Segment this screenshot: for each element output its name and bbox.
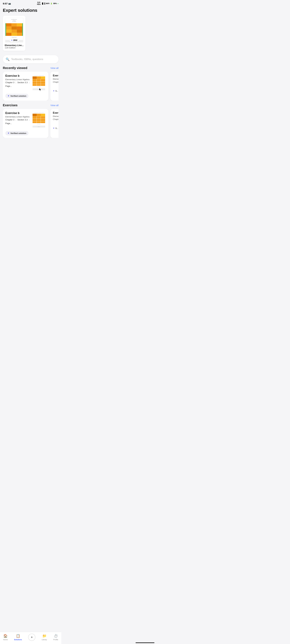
svg-rect-22 [6,33,12,36]
svg-rect-52 [32,114,37,116]
verified-label: Verified solution [10,95,26,97]
status-bar: 9:57 📷 0.61 KB/s ▐▌▐ WiFi 🔋 89% ● [0,0,61,6]
svg-text:ALGEBRA: ALGEBRA [12,21,16,22]
svg-text:ELEMENTARY LINEAR ALGEBRA: ELEMENTARY LINEAR ALGEBRA [34,112,44,113]
exercises-header: Exercises View all [3,104,58,107]
book-name: Elementary Linear Algebra [5,116,30,118]
exercises-view-all[interactable]: View all [50,104,58,106]
svg-rect-13 [6,23,12,26]
battery-percent: 89% [53,2,57,4]
battery-green-dot: ● [58,3,58,4]
svg-rect-14 [12,23,17,26]
svg-text:LINEAR: LINEAR [12,20,16,21]
partial-verified-label: V... [55,90,58,92]
status-indicators: 0.61 KB/s ▐▌▐ WiFi 🔋 89% ● [37,2,58,5]
camera-icon: 📷 [8,2,11,5]
svg-rect-17 [12,26,17,30]
book-name: Elementary Linear Algebra [5,78,30,81]
exercises-cards: Exercise b Elementary Linear Algebra Cha… [3,109,58,138]
svg-text:ELEMENTARY: ELEMENTARY [11,19,17,20]
book-edition: 11th Edition [5,46,24,49]
battery-icon: 🔋 [50,2,52,4]
svg-text:Howard Anton: Howard Anton [37,86,41,87]
card-thumbnail: ELEMENTARY LINEAR ALGEBRA Howard Anton W… [32,74,46,92]
svg-rect-39 [37,76,41,79]
exercise-title: Exercise b [5,74,30,78]
svg-rect-23 [12,33,17,36]
search-bar[interactable]: 🔍 Textbooks, ISBNs, questions [3,55,58,63]
book-title: Elementary Line... [5,44,24,46]
partial-chapter: Chapte [53,118,58,120]
search-icon: 🔍 [6,58,10,61]
svg-text:Howard Anton: Howard Anton [37,124,41,124]
svg-rect-53 [37,114,41,116]
svg-rect-15 [17,23,22,26]
svg-rect-40 [41,76,45,79]
svg-text:WILEY: WILEY [38,126,40,127]
verified-label: Verified solution [10,132,26,134]
exercise-card-1[interactable]: Exercise b Elementary Linear Algebra Cha… [3,109,48,138]
partial-exercise-title: Exerc [53,112,58,114]
card-top: Exercise b Elementary Linear Algebra Cha… [5,112,46,129]
card-top: Exercise b Elementary Linear Algebra Cha… [5,74,46,92]
svg-rect-18 [17,26,22,30]
partial-verified: ✦ V... [53,127,58,130]
partial-book-name: Elemen [53,78,58,80]
partial-verified-icon: ✦ [53,127,55,130]
main-content: Expert solutions ELEMENTARY LINEAR ALGEB… [0,6,61,152]
card-meta: Chapter 3 | Section 3.3 | Page... [5,81,30,87]
verified-icon: ✦ [8,132,10,134]
svg-text:WILEY: WILEY [38,89,40,90]
exercise-title: Exercise b [5,112,30,115]
network-speed: 0.61 KB/s [37,2,41,5]
svg-rect-24 [17,33,22,36]
recently-viewed-card-1[interactable]: Exercise b Elementary Linear Algebra Cha… [3,72,48,100]
recently-viewed-view-all[interactable]: View all [50,67,58,69]
verified-solution-badge: ✦ Verified solution [5,94,28,98]
card-meta: Chapter 3 | Section 3.3 | Page... [5,118,30,124]
svg-rect-54 [41,114,45,116]
svg-rect-16 [6,26,12,30]
card-info: Exercise b Elementary Linear Algebra Cha… [5,74,30,87]
svg-rect-6 [5,23,6,36]
recently-viewed-header: Recently viewed View all [3,66,58,70]
status-time: 9:57 📷 [3,2,11,5]
partial-book-name: Elemen [53,115,58,118]
partial-chapter: Chapte [53,81,58,83]
svg-rect-21 [17,30,22,33]
svg-rect-38 [32,76,37,79]
page-title: Expert solutions [3,8,58,13]
badge-verified-icon: ✦ [11,39,12,41]
signal-bars-icon: ▐▌▐ [41,2,45,4]
recently-viewed-title: Recently viewed [3,66,27,70]
verified-icon: ✦ [8,95,10,97]
card-info: Exercise b Elementary Linear Algebra Cha… [5,112,30,124]
partial-verified: ✦ V... [53,90,58,92]
partial-verified-icon: ✦ [53,90,55,92]
card-thumbnail: ELEMENTARY LINEAR ALGEBRA Howard Anton W… [32,112,46,129]
exercises-title: Exercises [3,104,18,107]
book-solution-count: ✦ 2932 [10,39,19,42]
search-input[interactable]: Textbooks, ISBNs, questions [11,58,43,61]
svg-rect-19 [6,30,12,33]
verified-solution-badge: ✦ Verified solution [5,131,28,135]
svg-rect-20 [12,30,17,33]
exercise-card-2-partial[interactable]: Exerc Elemen Chapte ✦ V... [50,109,58,138]
featured-book-card[interactable]: ELEMENTARY LINEAR ALGEBRA [3,16,26,51]
time-display: 9:57 [3,2,8,5]
book-cover: ELEMENTARY LINEAR ALGEBRA [5,18,24,43]
svg-rect-25 [22,23,23,36]
wifi-icon: WiFi [46,2,50,4]
recently-viewed-card-2-partial[interactable]: Exerc Elemen Chapte ✦ V... [50,72,58,100]
recently-viewed-cards: Exercise b Elementary Linear Algebra Cha… [3,72,58,100]
partial-verified-label: V... [55,127,58,130]
svg-text:Howard Anton: Howard Anton [12,37,17,38]
partial-exercise-title: Exerc [53,74,58,77]
svg-text:ELEMENTARY LINEAR ALGEBRA: ELEMENTARY LINEAR ALGEBRA [34,75,44,76]
